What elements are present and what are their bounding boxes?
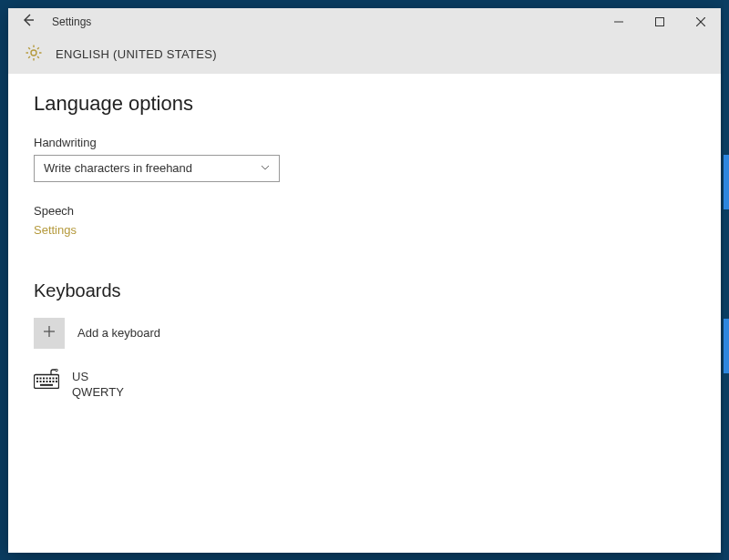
add-keyboard-button[interactable]: Add a keyboard <box>34 318 695 349</box>
svg-rect-10 <box>40 377 42 379</box>
titlebar: Settings <box>8 8 721 36</box>
svg-rect-20 <box>49 381 51 382</box>
add-keyboard-label: Add a keyboard <box>77 326 160 340</box>
keyboard-item[interactable]: US QWERTY <box>34 369 695 401</box>
gear-icon <box>25 44 43 66</box>
svg-point-5 <box>31 50 36 56</box>
desktop-edge <box>724 0 729 560</box>
close-icon <box>696 14 705 30</box>
keyboard-item-text: US QWERTY <box>72 369 124 401</box>
svg-rect-22 <box>56 381 57 382</box>
handwriting-dropdown[interactable]: Write characters in freehand <box>34 155 280 182</box>
svg-rect-9 <box>36 377 38 379</box>
chevron-down-icon <box>261 161 270 175</box>
svg-rect-11 <box>43 377 45 379</box>
keyboard-name: US <box>72 369 124 385</box>
svg-rect-2 <box>655 17 663 25</box>
page-header: ENGLISH (UNITED STATES) <box>8 36 721 74</box>
plus-icon <box>43 325 56 341</box>
svg-rect-18 <box>43 381 45 382</box>
svg-rect-14 <box>53 377 55 379</box>
keyboard-icon <box>34 369 59 392</box>
maximize-icon <box>655 14 664 30</box>
window-controls <box>598 8 721 36</box>
svg-rect-21 <box>53 381 55 382</box>
page-subtitle: ENGLISH (UNITED STATES) <box>56 47 217 61</box>
window-title: Settings <box>52 15 91 28</box>
maximize-button[interactable] <box>639 8 680 36</box>
keyboards-heading: Keyboards <box>34 280 695 301</box>
content-area: Language options Handwriting Write chara… <box>8 74 721 553</box>
plus-tile <box>34 318 65 349</box>
settings-window: Settings ENGLISH (UNITED STATES) <box>8 8 721 553</box>
minimize-icon <box>614 14 623 30</box>
language-options-heading: Language options <box>34 92 695 116</box>
minimize-button[interactable] <box>598 8 639 36</box>
svg-point-24 <box>56 369 58 372</box>
svg-rect-15 <box>56 377 57 379</box>
svg-rect-19 <box>46 381 48 382</box>
back-button[interactable] <box>15 9 41 35</box>
keyboard-layout: QWERTY <box>72 384 124 401</box>
speech-settings-link[interactable]: Settings <box>34 223 695 237</box>
svg-rect-12 <box>46 377 48 379</box>
handwriting-label: Handwriting <box>34 136 695 149</box>
svg-rect-23 <box>40 383 53 385</box>
dropdown-selected-value: Write characters in freehand <box>44 161 192 175</box>
arrow-left-icon <box>21 13 36 31</box>
close-button[interactable] <box>680 8 721 36</box>
svg-rect-16 <box>36 381 38 382</box>
svg-rect-17 <box>40 381 42 382</box>
svg-rect-13 <box>49 377 51 379</box>
speech-label: Speech <box>34 204 695 218</box>
